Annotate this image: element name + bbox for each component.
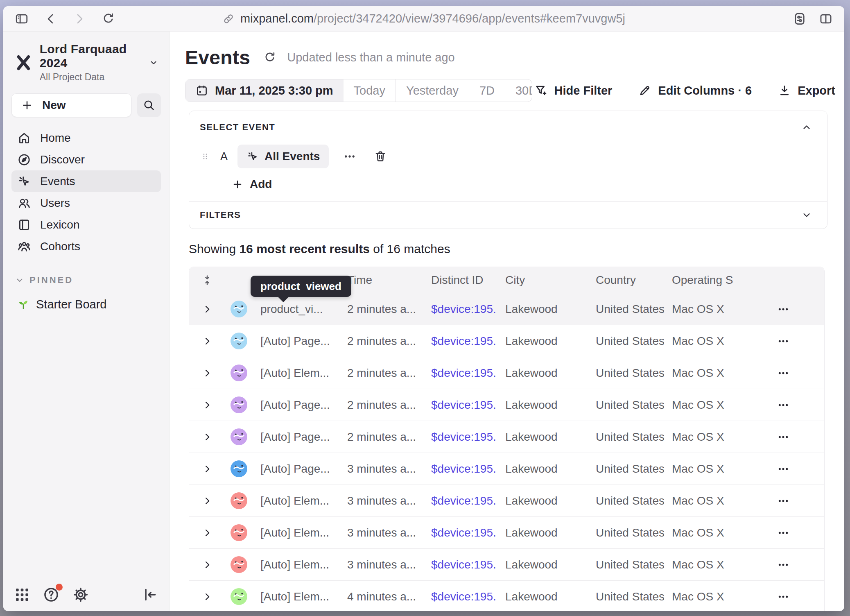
column-header-time[interactable]: Time [339, 274, 423, 287]
settings-button[interactable] [72, 586, 89, 603]
expand-row-button[interactable] [201, 591, 213, 602]
sidebar-item-events[interactable]: Events [11, 170, 161, 192]
row-more-button[interactable] [777, 590, 790, 603]
chevron-right-icon [201, 527, 213, 539]
range-7d[interactable]: 7D [469, 79, 505, 102]
country-cell: United States [588, 303, 664, 316]
collapse-section-button[interactable] [801, 122, 812, 133]
expand-cell [189, 495, 225, 507]
row-more-button[interactable] [777, 558, 790, 571]
forward-button[interactable] [73, 12, 86, 25]
collapse-sidebar-button[interactable] [142, 587, 158, 603]
users-icon [17, 196, 31, 210]
table-row[interactable]: [Auto] Page...3 minutes a...$device:195.… [189, 453, 824, 485]
pinned-item-starter-board[interactable]: Starter Board [11, 294, 161, 315]
export-button[interactable]: Export [775, 84, 838, 98]
distinct-id-link[interactable]: $device:195... [423, 590, 497, 603]
distinct-id-link[interactable]: $device:195... [423, 462, 497, 476]
distinct-id-link[interactable]: $device:195... [423, 430, 497, 444]
table-row[interactable]: [Auto] Elem...3 minutes a...$device:195.… [189, 517, 824, 549]
page-settings-button[interactable] [793, 12, 807, 26]
distinct-id-link[interactable]: $device:195... [423, 494, 497, 507]
chevron-right-icon [201, 591, 213, 602]
row-more-button[interactable] [777, 335, 790, 348]
expand-cell [189, 559, 225, 571]
filters-title: FILTERS [200, 210, 241, 220]
step-more-button[interactable] [340, 149, 359, 164]
distinct-id-link[interactable]: $device:195... [423, 558, 497, 571]
expand-row-button[interactable] [201, 335, 213, 347]
table-row[interactable]: [Auto] Page...2 minutes a...$device:195.… [189, 389, 824, 421]
table-row[interactable]: [Auto] Page...2 minutes a...$device:195.… [189, 421, 824, 453]
distinct-id-link[interactable]: $device:195... [423, 526, 497, 539]
row-more-button[interactable] [777, 303, 790, 316]
expand-row-button[interactable] [201, 463, 213, 475]
range-30d[interactable]: 30D [505, 79, 532, 102]
event-name-cell: product_vi... [252, 303, 339, 316]
row-more-button[interactable] [777, 430, 790, 444]
sidebar-item-users[interactable]: Users [11, 192, 161, 214]
distinct-id-link[interactable]: $device:195... [423, 399, 497, 412]
search-button[interactable] [137, 93, 161, 117]
table-row[interactable]: [Auto] Elem...4 minutes a...$device:195.… [189, 581, 824, 611]
plus-icon [232, 179, 243, 190]
hide-filter-button[interactable]: Hide Filter [532, 84, 615, 98]
table-row[interactable]: [Auto] Elem...2 minutes a...$device:195.… [189, 357, 824, 389]
expand-filters-button[interactable] [801, 209, 812, 221]
ellipsis-icon [777, 526, 790, 539]
split-view-button[interactable] [819, 12, 833, 26]
expand-row-button[interactable] [201, 367, 213, 379]
sidebar-item-discover[interactable]: Discover [11, 149, 161, 170]
column-header-country[interactable]: Country [588, 274, 664, 287]
project-switcher[interactable]: Lord Farquaad 2024 All Project Data [11, 42, 161, 83]
help-button[interactable] [43, 586, 60, 603]
row-more-button[interactable] [777, 526, 790, 539]
drag-handle-icon[interactable] [200, 151, 210, 162]
hide-filter-label: Hide Filter [554, 84, 613, 97]
sidebar-item-home[interactable]: Home [11, 127, 161, 149]
row-more-button[interactable] [777, 494, 790, 507]
new-button[interactable]: New [11, 93, 131, 117]
row-more-button[interactable] [777, 367, 790, 380]
column-header-distinct-id[interactable]: Distinct ID [423, 274, 497, 287]
city-cell: Lakewood [497, 526, 588, 539]
expand-row-button[interactable] [201, 303, 213, 315]
range-yesterday[interactable]: Yesterday [396, 79, 469, 102]
table-row[interactable]: [Auto] Elem...3 minutes a...$device:195.… [189, 549, 824, 581]
distinct-id-link[interactable]: $device:195... [423, 303, 497, 316]
expand-row-button[interactable] [201, 431, 213, 443]
delete-step-button[interactable] [371, 149, 389, 163]
range-today[interactable]: Today [344, 79, 396, 102]
sidebar-item-cohorts[interactable]: Cohorts [11, 236, 161, 257]
distinct-id-link[interactable]: $device:195... [423, 367, 497, 380]
reload-button[interactable] [102, 12, 115, 25]
back-button[interactable] [44, 12, 57, 25]
expand-row-button[interactable] [201, 495, 213, 507]
column-header-operating-s[interactable]: Operating S [664, 274, 742, 287]
chevron-down-icon [801, 209, 812, 221]
add-event-button[interactable]: Add [229, 177, 274, 191]
event-selector-chip[interactable]: All Events [237, 145, 329, 168]
table-row[interactable]: [Auto] Elem...3 minutes a...$device:195.… [189, 485, 824, 517]
event-avatar-icon [231, 396, 247, 413]
refresh-button[interactable] [263, 51, 276, 64]
expand-row-button[interactable] [201, 559, 213, 571]
sidebar-toggle-button[interactable] [15, 12, 29, 26]
sidebar-item-lexicon[interactable]: Lexicon [11, 214, 161, 236]
plus-icon [21, 99, 33, 111]
table-row[interactable]: [Auto] Page...2 minutes a...$device:195.… [189, 325, 824, 357]
column-header-city[interactable]: City [497, 274, 588, 287]
event-name-cell: [Auto] Elem... [252, 590, 339, 603]
expand-all-header-cell[interactable] [189, 274, 225, 286]
edit-columns-button[interactable]: Edit Columns · 6 [636, 84, 754, 98]
expand-row-button[interactable] [201, 399, 213, 411]
date-picker-button[interactable]: Mar 11, 2025 3:30 pm [185, 79, 344, 102]
city-cell: Lakewood [497, 430, 588, 444]
address-bar[interactable]: mixpanel.com/project/3472420/view/397469… [222, 6, 625, 31]
expand-row-button[interactable] [201, 527, 213, 539]
pinned-section-header[interactable]: PINNED [11, 275, 161, 285]
distinct-id-link[interactable]: $device:195... [423, 335, 497, 348]
row-more-button[interactable] [777, 399, 790, 412]
row-more-button[interactable] [777, 462, 790, 476]
apps-grid-button[interactable] [14, 587, 30, 603]
